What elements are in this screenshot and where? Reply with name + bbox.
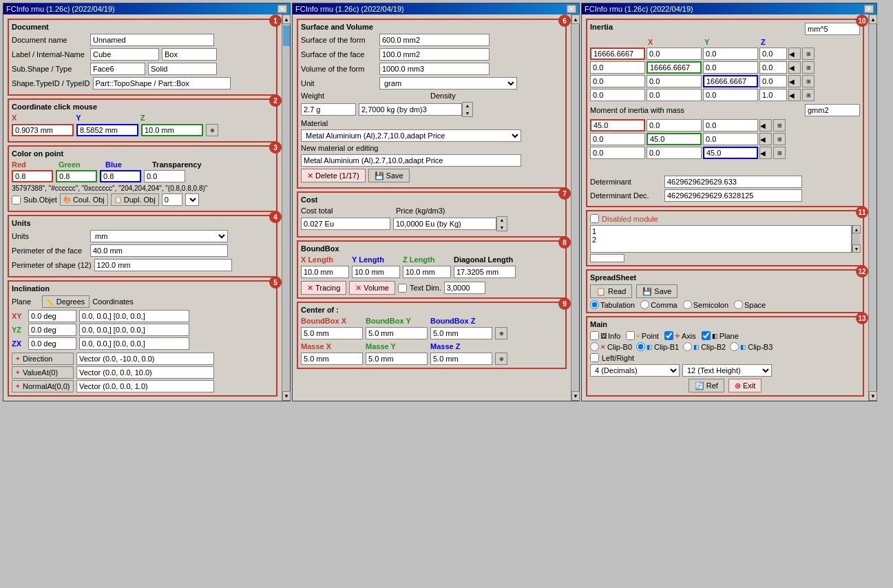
inertia-r4c1[interactable]	[590, 89, 645, 101]
semicolon-radio[interactable]	[683, 300, 692, 309]
x-coord-input[interactable]	[12, 124, 74, 136]
text-dim-checkbox[interactable]	[398, 284, 407, 293]
inertia-arrow-3[interactable]: ◀	[788, 75, 801, 87]
panel2-scrollbar[interactable]: ▲ ▼	[571, 14, 579, 401]
direction-btn[interactable]: ✦ Direction	[12, 353, 74, 365]
scroll-up-1[interactable]: ▲	[282, 14, 291, 24]
price-down-btn[interactable]: ▼	[497, 224, 507, 231]
price-input[interactable]	[393, 218, 496, 230]
z-coord-input[interactable]	[141, 124, 203, 136]
plane-check-label[interactable]: ◧ Plane	[702, 331, 739, 340]
inertia-arrow-2[interactable]: ◀	[788, 61, 801, 74]
dupl-obj-btn[interactable]: 📋 Dupl. Obj	[111, 193, 159, 206]
price-up-btn[interactable]: ▲	[497, 217, 507, 224]
normalat-input[interactable]	[76, 380, 214, 392]
center-masse-icon-btn[interactable]: ⊕	[495, 353, 507, 365]
yz-deg-input[interactable]	[28, 324, 76, 336]
moment-unit-input[interactable]	[805, 23, 860, 35]
det-dec-input[interactable]	[664, 189, 802, 202]
new-material-input[interactable]	[301, 154, 521, 167]
valueat-btn[interactable]: ✦ ValueAt(0)	[12, 366, 74, 379]
inertia-arrow-4[interactable]: ◀	[788, 89, 801, 101]
inertia-r1c2[interactable]	[647, 48, 702, 60]
inertia-r2c4[interactable]	[759, 61, 787, 74]
plane-checkbox[interactable]	[702, 331, 711, 340]
delete-btn[interactable]: ✕ Delete (1/17)	[301, 169, 366, 182]
minertia-r2c1[interactable]	[590, 133, 645, 145]
sub-obj-checkbox[interactable]	[12, 196, 21, 204]
direction-input[interactable]	[76, 353, 214, 365]
units-select[interactable]: mm	[90, 230, 228, 242]
bb-y-input[interactable]	[352, 266, 400, 278]
bb-diag-input[interactable]	[454, 266, 516, 278]
minertia-icon-2[interactable]: ⊞	[773, 133, 786, 145]
cost-total-input[interactable]	[301, 218, 390, 230]
masse-z-input[interactable]	[430, 353, 492, 365]
disabled-checkbox[interactable]	[590, 214, 599, 223]
scroll-down-1[interactable]: ▼	[282, 391, 291, 401]
close-btn-2[interactable]: ✕	[567, 5, 576, 13]
semicolon-radio-label[interactable]: Semicolon	[683, 300, 728, 309]
minertia-r1c3[interactable]	[703, 119, 758, 132]
clip-b2-label[interactable]: ◧ Clip-B2	[683, 342, 726, 351]
text-dim-input[interactable]	[444, 282, 485, 294]
leftright-checkbox[interactable]	[590, 353, 599, 362]
inertia-r3c3[interactable]	[703, 75, 758, 87]
subshape-input[interactable]	[90, 63, 145, 75]
clip-b1-radio[interactable]	[636, 342, 645, 351]
axis-check-label[interactable]: ✛ Axis	[664, 331, 696, 340]
xy-deg-input[interactable]	[28, 310, 76, 322]
minertia-r1c2[interactable]	[647, 119, 702, 132]
scroll-up-3[interactable]: ▲	[869, 14, 877, 24]
perimeter-shape-input[interactable]	[94, 259, 232, 271]
point-check-label[interactable]: ● Point	[626, 331, 659, 340]
exit-btn[interactable]: ⊗ Exit	[728, 379, 761, 392]
point-checkbox[interactable]	[626, 331, 635, 340]
center-bb-x-input[interactable]	[301, 327, 363, 339]
disabled-bottom-scroll[interactable]	[590, 254, 624, 262]
dupl-spinner[interactable]	[185, 193, 199, 206]
minertia-r2c2[interactable]	[647, 133, 702, 145]
material-select[interactable]: Metal Aluminium (Al),2.7,10.0,adapt Pric…	[301, 129, 521, 142]
minertia-r3c1[interactable]	[590, 147, 645, 159]
surface-form-input[interactable]	[379, 34, 490, 46]
minertia-icon-3[interactable]: ⊞	[773, 147, 786, 159]
inertia-icon-4[interactable]: ⊞	[802, 89, 815, 101]
inertia-icon-2[interactable]: ⊞	[802, 61, 815, 74]
clip-b2-radio[interactable]	[683, 342, 692, 351]
minertia-arrow-2[interactable]: ◀	[759, 133, 772, 145]
inertia-r2c3[interactable]	[703, 61, 758, 74]
scroll-thumb-1[interactable]	[283, 25, 290, 46]
center-bb-y-input[interactable]	[366, 327, 428, 339]
density-down-btn[interactable]: ▼	[463, 109, 472, 116]
scroll-down-2[interactable]: ▼	[571, 391, 580, 401]
save-btn[interactable]: 💾 Save	[368, 169, 410, 182]
comma-radio-label[interactable]: Comma	[640, 300, 677, 309]
inertia-r3c1[interactable]	[590, 75, 645, 87]
coul-obj-btn[interactable]: 🎨 Coul. Obj	[60, 193, 108, 206]
disabled-scroll-up[interactable]: ▲	[852, 225, 861, 233]
internal-input[interactable]	[162, 48, 217, 61]
tab-radio[interactable]	[590, 300, 599, 309]
volume-btn[interactable]: ✕ Volume	[349, 281, 395, 295]
clip-b3-label[interactable]: ◧ Clip-B3	[730, 342, 773, 351]
disabled-scroll-down[interactable]: ▼	[852, 244, 861, 253]
clip-b1-label[interactable]: ◧ Clip-B1	[636, 342, 679, 351]
moment-mass-unit-input[interactable]	[805, 104, 860, 116]
minertia-r3c3[interactable]	[703, 147, 758, 159]
ref-btn[interactable]: 🔄 Ref	[689, 379, 724, 392]
inertia-icon-3[interactable]: ⊞	[802, 75, 815, 87]
read-btn[interactable]: 📋 Read	[590, 284, 632, 298]
inertia-r1c1[interactable]	[590, 48, 645, 60]
det-input[interactable]	[664, 176, 802, 188]
inertia-r3c4[interactable]	[759, 75, 787, 87]
inertia-r1c3[interactable]	[703, 48, 758, 60]
perimeter-face-input[interactable]	[90, 244, 228, 257]
unit-select[interactable]: gram	[379, 77, 517, 90]
close-btn-3[interactable]: ✕	[864, 5, 874, 13]
bb-x-input[interactable]	[301, 266, 349, 278]
weight-input[interactable]	[301, 103, 356, 116]
text-height-select[interactable]: 12 (Text Height)	[682, 364, 772, 377]
valueat-input[interactable]	[76, 366, 214, 379]
red-input[interactable]	[12, 170, 53, 182]
